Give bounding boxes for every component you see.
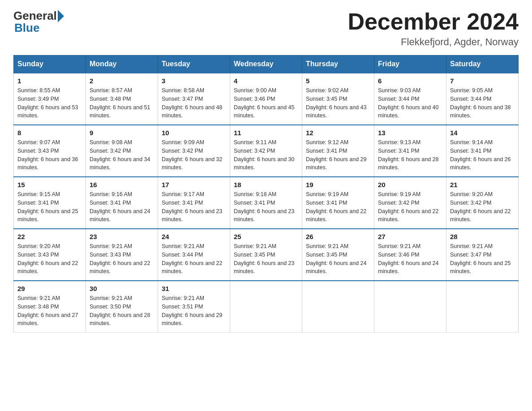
day-info: Sunrise: 9:15 AMSunset: 3:41 PMDaylight:… bbox=[17, 190, 82, 224]
day-number: 28 bbox=[450, 233, 515, 240]
header-wednesday: Wednesday bbox=[230, 56, 302, 73]
day-info: Sunrise: 9:09 AMSunset: 3:42 PMDaylight:… bbox=[162, 138, 226, 172]
day-number: 23 bbox=[90, 233, 154, 240]
day-info: Sunrise: 9:03 AMSunset: 3:44 PMDaylight:… bbox=[378, 86, 442, 120]
day-number: 2 bbox=[90, 77, 154, 85]
calendar-cell: 13Sunrise: 9:13 AMSunset: 3:41 PMDayligh… bbox=[374, 125, 446, 177]
calendar-cell: 15Sunrise: 9:15 AMSunset: 3:41 PMDayligh… bbox=[14, 177, 86, 229]
day-number: 8 bbox=[17, 129, 82, 137]
calendar-cell: 3Sunrise: 8:58 AMSunset: 3:47 PMDaylight… bbox=[158, 73, 230, 125]
calendar-cell: 30Sunrise: 9:21 AMSunset: 3:50 PMDayligh… bbox=[86, 281, 158, 333]
day-number: 22 bbox=[17, 233, 82, 240]
calendar-cell: 14Sunrise: 9:14 AMSunset: 3:41 PMDayligh… bbox=[446, 125, 519, 177]
calendar-cell: 25Sunrise: 9:21 AMSunset: 3:45 PMDayligh… bbox=[230, 229, 302, 281]
day-info: Sunrise: 9:21 AMSunset: 3:48 PMDaylight:… bbox=[17, 294, 82, 328]
day-number: 25 bbox=[234, 233, 298, 240]
day-info: Sunrise: 9:02 AMSunset: 3:45 PMDaylight:… bbox=[306, 86, 370, 120]
header-monday: Monday bbox=[86, 56, 158, 73]
calendar-cell: 9Sunrise: 9:08 AMSunset: 3:42 PMDaylight… bbox=[86, 125, 158, 177]
day-number: 24 bbox=[162, 233, 226, 240]
calendar-cell: 31Sunrise: 9:21 AMSunset: 3:51 PMDayligh… bbox=[158, 281, 230, 333]
day-info: Sunrise: 9:08 AMSunset: 3:42 PMDaylight:… bbox=[90, 138, 154, 172]
calendar-cell: 12Sunrise: 9:12 AMSunset: 3:41 PMDayligh… bbox=[302, 125, 374, 177]
calendar-cell bbox=[446, 281, 519, 333]
calendar-cell: 16Sunrise: 9:16 AMSunset: 3:41 PMDayligh… bbox=[86, 177, 158, 229]
day-number: 4 bbox=[234, 77, 298, 85]
calendar-cell: 29Sunrise: 9:21 AMSunset: 3:48 PMDayligh… bbox=[14, 281, 86, 333]
calendar-cell: 20Sunrise: 9:19 AMSunset: 3:42 PMDayligh… bbox=[374, 177, 446, 229]
header-sunday: Sunday bbox=[14, 56, 86, 73]
day-info: Sunrise: 9:12 AMSunset: 3:41 PMDaylight:… bbox=[306, 138, 370, 172]
day-info: Sunrise: 9:21 AMSunset: 3:44 PMDaylight:… bbox=[162, 242, 226, 276]
month-title: December 2024 bbox=[348, 9, 519, 34]
day-info: Sunrise: 9:05 AMSunset: 3:44 PMDaylight:… bbox=[450, 86, 515, 120]
day-number: 5 bbox=[306, 77, 370, 85]
day-info: Sunrise: 9:00 AMSunset: 3:46 PMDaylight:… bbox=[234, 86, 298, 120]
calendar-cell: 4Sunrise: 9:00 AMSunset: 3:46 PMDaylight… bbox=[230, 73, 302, 125]
day-info: Sunrise: 9:21 AMSunset: 3:47 PMDaylight:… bbox=[450, 242, 515, 276]
calendar-cell bbox=[230, 281, 302, 333]
calendar-header-row: SundayMondayTuesdayWednesdayThursdayFrid… bbox=[14, 56, 519, 73]
calendar-cell: 23Sunrise: 9:21 AMSunset: 3:43 PMDayligh… bbox=[86, 229, 158, 281]
calendar-cell: 22Sunrise: 9:20 AMSunset: 3:43 PMDayligh… bbox=[14, 229, 86, 281]
logo-blue-text: Blue bbox=[14, 21, 39, 35]
week-row-2: 8Sunrise: 9:07 AMSunset: 3:43 PMDaylight… bbox=[14, 125, 519, 177]
day-number: 21 bbox=[450, 181, 515, 188]
calendar-cell: 11Sunrise: 9:11 AMSunset: 3:42 PMDayligh… bbox=[230, 125, 302, 177]
day-info: Sunrise: 9:20 AMSunset: 3:42 PMDaylight:… bbox=[450, 190, 515, 224]
calendar-cell: 18Sunrise: 9:18 AMSunset: 3:41 PMDayligh… bbox=[230, 177, 302, 229]
title-block: December 2024 Flekkefjord, Agder, Norway bbox=[348, 9, 519, 48]
week-row-4: 22Sunrise: 9:20 AMSunset: 3:43 PMDayligh… bbox=[14, 229, 519, 281]
day-number: 6 bbox=[378, 77, 442, 85]
day-info: Sunrise: 9:20 AMSunset: 3:43 PMDaylight:… bbox=[17, 242, 82, 276]
page-header: General Blue December 2024 Flekkefjord, … bbox=[13, 9, 519, 48]
day-info: Sunrise: 9:19 AMSunset: 3:41 PMDaylight:… bbox=[306, 190, 370, 224]
calendar-cell bbox=[374, 281, 446, 333]
day-info: Sunrise: 9:19 AMSunset: 3:42 PMDaylight:… bbox=[378, 190, 442, 224]
day-number: 17 bbox=[162, 181, 226, 188]
day-info: Sunrise: 9:07 AMSunset: 3:43 PMDaylight:… bbox=[17, 138, 82, 172]
day-number: 1 bbox=[17, 77, 82, 85]
day-number: 11 bbox=[234, 129, 298, 137]
calendar-cell: 1Sunrise: 8:55 AMSunset: 3:49 PMDaylight… bbox=[14, 73, 86, 125]
day-info: Sunrise: 9:13 AMSunset: 3:41 PMDaylight:… bbox=[378, 138, 442, 172]
location-subtitle: Flekkefjord, Agder, Norway bbox=[348, 36, 519, 48]
calendar-cell: 8Sunrise: 9:07 AMSunset: 3:43 PMDaylight… bbox=[14, 125, 86, 177]
day-number: 15 bbox=[17, 181, 82, 188]
day-info: Sunrise: 8:57 AMSunset: 3:48 PMDaylight:… bbox=[90, 86, 154, 120]
day-number: 18 bbox=[234, 181, 298, 188]
day-number: 19 bbox=[306, 181, 370, 188]
day-number: 3 bbox=[162, 77, 226, 85]
day-number: 27 bbox=[378, 233, 442, 240]
calendar-cell: 21Sunrise: 9:20 AMSunset: 3:42 PMDayligh… bbox=[446, 177, 519, 229]
day-info: Sunrise: 9:11 AMSunset: 3:42 PMDaylight:… bbox=[234, 138, 298, 172]
day-number: 16 bbox=[90, 181, 154, 188]
day-number: 14 bbox=[450, 129, 515, 137]
header-friday: Friday bbox=[374, 56, 446, 73]
day-number: 9 bbox=[90, 129, 154, 137]
calendar-cell: 27Sunrise: 9:21 AMSunset: 3:46 PMDayligh… bbox=[374, 229, 446, 281]
day-number: 30 bbox=[90, 285, 154, 292]
calendar-cell: 5Sunrise: 9:02 AMSunset: 3:45 PMDaylight… bbox=[302, 73, 374, 125]
logo: General Blue bbox=[13, 9, 65, 35]
day-info: Sunrise: 9:21 AMSunset: 3:50 PMDaylight:… bbox=[90, 294, 154, 328]
header-saturday: Saturday bbox=[446, 56, 519, 73]
day-info: Sunrise: 9:21 AMSunset: 3:45 PMDaylight:… bbox=[234, 242, 298, 276]
calendar-cell bbox=[302, 281, 374, 333]
day-number: 13 bbox=[378, 129, 442, 137]
calendar-cell: 6Sunrise: 9:03 AMSunset: 3:44 PMDaylight… bbox=[374, 73, 446, 125]
day-info: Sunrise: 9:21 AMSunset: 3:45 PMDaylight:… bbox=[306, 242, 370, 276]
day-number: 7 bbox=[450, 77, 515, 85]
day-number: 10 bbox=[162, 129, 226, 137]
day-info: Sunrise: 9:16 AMSunset: 3:41 PMDaylight:… bbox=[90, 190, 154, 224]
calendar-cell: 28Sunrise: 9:21 AMSunset: 3:47 PMDayligh… bbox=[446, 229, 519, 281]
logo-arrow-icon bbox=[58, 10, 64, 22]
calendar-cell: 26Sunrise: 9:21 AMSunset: 3:45 PMDayligh… bbox=[302, 229, 374, 281]
day-info: Sunrise: 8:55 AMSunset: 3:49 PMDaylight:… bbox=[17, 86, 82, 120]
header-tuesday: Tuesday bbox=[158, 56, 230, 73]
day-number: 29 bbox=[17, 285, 82, 292]
header-thursday: Thursday bbox=[302, 56, 374, 73]
day-info: Sunrise: 9:21 AMSunset: 3:43 PMDaylight:… bbox=[90, 242, 154, 276]
day-info: Sunrise: 9:21 AMSunset: 3:46 PMDaylight:… bbox=[378, 242, 442, 276]
week-row-5: 29Sunrise: 9:21 AMSunset: 3:48 PMDayligh… bbox=[14, 281, 519, 333]
